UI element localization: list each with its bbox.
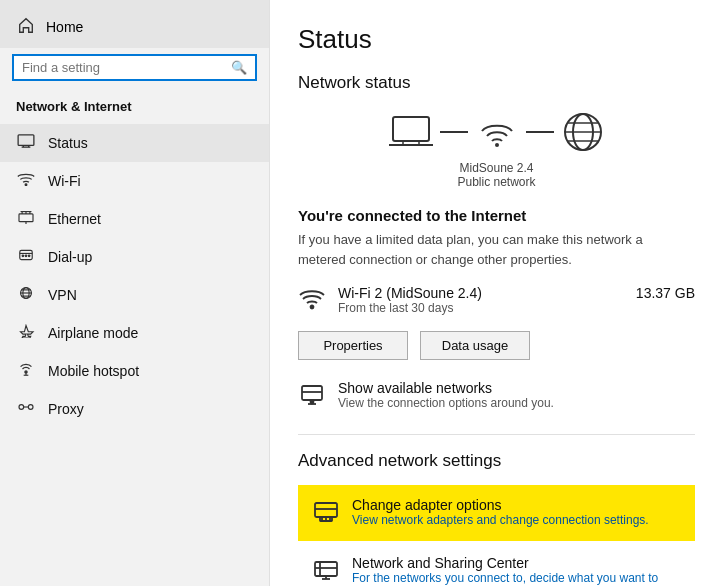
show-networks-icon: [298, 382, 326, 412]
show-networks-title[interactable]: Show available networks: [338, 380, 554, 396]
hotspot-icon: [16, 362, 36, 380]
svg-point-25: [28, 405, 33, 410]
laptop-icon: [388, 113, 434, 151]
diagram-line-1: [440, 131, 468, 133]
sidebar-item-hotspot[interactable]: Mobile hotspot: [0, 352, 269, 390]
svg-point-14: [25, 255, 27, 257]
sharing-center-sub: For the networks you connect to, decide …: [352, 571, 681, 586]
sidebar-home-button[interactable]: Home: [0, 0, 269, 48]
svg-point-37: [311, 306, 314, 309]
status-icon: [16, 134, 36, 152]
sidebar-item-label-airplane: Airplane mode: [48, 325, 138, 341]
sidebar-item-dialup[interactable]: Dial-up: [0, 238, 269, 276]
svg-point-21: [25, 371, 27, 373]
sidebar-item-wifi[interactable]: Wi-Fi: [0, 162, 269, 200]
wifi-info-icon: [298, 287, 326, 317]
wifi-period: From the last 30 days: [338, 301, 624, 315]
svg-rect-38: [302, 386, 322, 400]
advanced-title: Advanced network settings: [298, 451, 695, 471]
btn-row: Properties Data usage: [298, 331, 695, 360]
svg-rect-49: [315, 562, 337, 576]
page-title: Status: [298, 24, 695, 55]
change-adapter-text: Change adapter options View network adap…: [352, 497, 649, 527]
show-networks-text: Show available networks View the connect…: [338, 380, 554, 410]
sidebar-item-label-wifi: Wi-Fi: [48, 173, 81, 189]
wifi-diagram-icon: [474, 113, 520, 151]
data-usage-button[interactable]: Data usage: [420, 331, 530, 360]
wifi-info-text: Wi-Fi 2 (MidSoune 2.4) From the last 30 …: [338, 285, 624, 315]
network-status-title: Network status: [298, 73, 695, 93]
wifi-network-name: Wi-Fi 2 (MidSoune 2.4): [338, 285, 624, 301]
svg-rect-0: [18, 135, 34, 146]
sidebar-item-airplane[interactable]: Airplane mode: [0, 314, 269, 352]
show-networks-row: Show available networks View the connect…: [298, 380, 695, 412]
proxy-icon: [16, 400, 36, 418]
dialup-icon: [16, 248, 36, 266]
change-adapter-item[interactable]: Change adapter options View network adap…: [298, 485, 695, 541]
show-networks-sub: View the connection options around you.: [338, 396, 554, 410]
sharing-icon: [312, 557, 340, 586]
change-adapter-title: Change adapter options: [352, 497, 649, 513]
sidebar-item-proxy[interactable]: Proxy: [0, 390, 269, 428]
sidebar-item-label-vpn: VPN: [48, 287, 77, 303]
divider: [298, 434, 695, 435]
network-diagram: [298, 109, 695, 155]
network-diagram-label: MidSoune 2.4 Public network: [298, 161, 695, 189]
network-name: MidSoune 2.4: [459, 161, 533, 175]
sidebar-item-label-proxy: Proxy: [48, 401, 84, 417]
connected-sub: If you have a limited data plan, you can…: [298, 230, 678, 269]
ethernet-icon: [16, 210, 36, 228]
svg-rect-5: [19, 214, 33, 222]
sidebar-item-label-status: Status: [48, 135, 88, 151]
svg-rect-27: [393, 117, 429, 141]
svg-point-4: [25, 184, 27, 186]
sidebar-item-label-ethernet: Ethernet: [48, 211, 101, 227]
svg-point-15: [28, 255, 30, 257]
search-input[interactable]: [22, 60, 225, 75]
sidebar-item-status[interactable]: Status: [0, 124, 269, 162]
sidebar-item-label-hotspot: Mobile hotspot: [48, 363, 139, 379]
sidebar-item-ethernet[interactable]: Ethernet: [0, 200, 269, 238]
sidebar-section-title: Network & Internet: [0, 93, 269, 124]
main-content: Status Network status MidSoun: [270, 0, 723, 586]
home-icon: [16, 16, 36, 38]
search-icon: 🔍: [231, 60, 247, 75]
svg-point-13: [22, 255, 24, 257]
sidebar-home-label: Home: [46, 19, 83, 35]
wifi-icon: [16, 172, 36, 190]
airplane-icon: [16, 324, 36, 342]
network-type: Public network: [457, 175, 535, 189]
vpn-icon: [16, 286, 36, 304]
svg-point-24: [19, 405, 24, 410]
sharing-center-text: Network and Sharing Center For the netwo…: [352, 555, 681, 586]
sharing-center-title: Network and Sharing Center: [352, 555, 681, 571]
connected-heading: You're connected to the Internet: [298, 207, 695, 224]
search-box[interactable]: 🔍: [12, 54, 257, 81]
change-adapter-sub: View network adapters and change connect…: [352, 513, 649, 527]
sidebar: Home 🔍 Network & Internet Status: [0, 0, 270, 586]
wifi-data-usage: 13.37 GB: [636, 285, 695, 301]
wifi-info-row: Wi-Fi 2 (MidSoune 2.4) From the last 30 …: [298, 285, 695, 317]
diagram-line-2: [526, 131, 554, 133]
sharing-center-item[interactable]: Network and Sharing Center For the netwo…: [298, 543, 695, 586]
sidebar-item-label-dialup: Dial-up: [48, 249, 92, 265]
globe-icon: [560, 109, 606, 155]
svg-rect-43: [315, 503, 337, 517]
properties-button[interactable]: Properties: [298, 331, 408, 360]
adapter-icon: [312, 499, 340, 529]
svg-point-31: [495, 143, 499, 147]
sidebar-item-vpn[interactable]: VPN: [0, 276, 269, 314]
